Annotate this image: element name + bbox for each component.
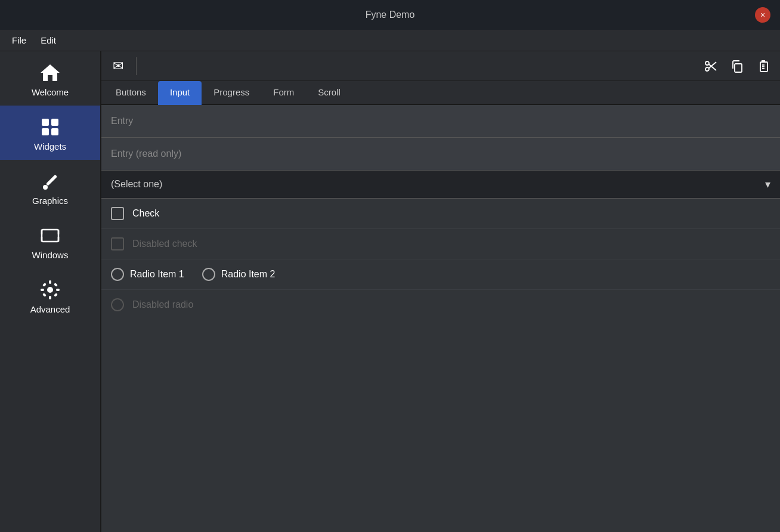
svg-rect-22: [735, 64, 742, 72]
svg-rect-15: [54, 283, 58, 287]
radio-label-1: Radio Item 1: [130, 269, 184, 280]
tab-form[interactable]: Form: [261, 81, 306, 105]
entry-wrapper: [101, 105, 780, 138]
toolbar: ✉: [101, 51, 780, 81]
disabled-radio-row: Disabled radio: [101, 290, 780, 320]
copy-button[interactable]: [726, 55, 748, 77]
radio-input-2[interactable]: [202, 268, 215, 281]
svg-rect-12: [41, 289, 44, 291]
disabled-checkbox-input: [111, 237, 124, 250]
radio-input-1[interactable]: [111, 268, 124, 281]
menu-file[interactable]: File: [5, 33, 33, 48]
sidebar-item-welcome[interactable]: Welcome: [0, 51, 100, 106]
chevron-down-icon: ▾: [765, 178, 770, 191]
sidebar-item-graphics[interactable]: Graphics: [0, 160, 100, 214]
svg-rect-10: [49, 280, 51, 284]
cut-button[interactable]: [700, 55, 722, 77]
sidebar-label-widgets: Widgets: [34, 141, 66, 151]
home-icon: [39, 62, 61, 83]
toolbar-divider: [136, 57, 137, 75]
radio-item-1: Radio Item 1: [111, 268, 184, 281]
svg-point-6: [43, 185, 48, 190]
svg-rect-17: [54, 293, 58, 297]
close-button[interactable]: ×: [755, 7, 770, 23]
sidebar-item-windows[interactable]: Windows: [0, 214, 100, 268]
tab-scroll[interactable]: Scroll: [306, 81, 352, 105]
checkbox-label: Check: [132, 208, 159, 219]
svg-rect-11: [49, 296, 51, 299]
content-area: ✉: [100, 51, 780, 532]
sidebar-item-advanced[interactable]: Advanced: [0, 268, 100, 323]
tab-input[interactable]: Input: [158, 81, 202, 105]
sidebar: Welcome Widgets Graphics: [0, 51, 100, 532]
menu-bar: File Edit: [0, 30, 780, 51]
title-bar: Fyne Demo ×: [0, 0, 780, 30]
svg-rect-2: [51, 119, 58, 126]
svg-rect-1: [42, 119, 49, 126]
checkbox-row: Check: [101, 199, 780, 229]
tabs: Buttons Input Progress Form Scroll: [101, 81, 780, 105]
windows-icon: [39, 225, 61, 246]
toolbar-actions: [700, 55, 774, 77]
graphics-icon: [39, 171, 61, 192]
disabled-checkbox-row: Disabled check: [101, 229, 780, 259]
svg-rect-4: [51, 128, 58, 135]
radio-item-2: Radio Item 2: [202, 268, 276, 281]
sidebar-label-graphics: Graphics: [32, 196, 68, 206]
paste-button[interactable]: [753, 55, 774, 77]
entry-readonly-wrapper: [101, 138, 780, 171]
svg-rect-7: [42, 230, 58, 242]
advanced-icon: [39, 279, 61, 301]
widgets-icon: [39, 116, 61, 138]
select-dropdown[interactable]: (Select one) ▾: [101, 171, 780, 199]
disabled-radio-input: [111, 298, 124, 311]
sidebar-label-welcome: Welcome: [32, 87, 69, 97]
input-panel: (Select one) ▾ Check Disabled check Radi…: [101, 105, 780, 532]
menu-edit[interactable]: Edit: [33, 33, 63, 48]
sidebar-item-widgets[interactable]: Widgets: [0, 106, 100, 160]
svg-rect-3: [42, 128, 49, 135]
select-placeholder: (Select one): [111, 179, 765, 190]
entry-input[interactable]: [101, 105, 780, 137]
main-layout: Welcome Widgets Graphics: [0, 51, 780, 532]
app-title: Fyne Demo: [366, 10, 415, 20]
svg-rect-16: [42, 293, 47, 297]
tab-buttons[interactable]: Buttons: [104, 81, 158, 105]
email-icon: ✉: [107, 55, 129, 77]
disabled-checkbox-label: Disabled check: [132, 239, 197, 249]
radio-row: Radio Item 1 Radio Item 2: [101, 259, 780, 290]
sidebar-label-advanced: Advanced: [30, 304, 70, 314]
entry-readonly-input: [101, 138, 780, 170]
sidebar-label-windows: Windows: [32, 250, 69, 260]
svg-rect-14: [42, 283, 47, 287]
disabled-radio-label: Disabled radio: [132, 299, 193, 310]
checkbox-input[interactable]: [111, 207, 124, 220]
svg-point-9: [47, 287, 53, 293]
tab-progress[interactable]: Progress: [202, 81, 261, 105]
svg-marker-0: [41, 64, 60, 81]
svg-rect-13: [56, 289, 60, 291]
radio-label-2: Radio Item 2: [221, 269, 276, 280]
svg-rect-5: [46, 175, 57, 186]
